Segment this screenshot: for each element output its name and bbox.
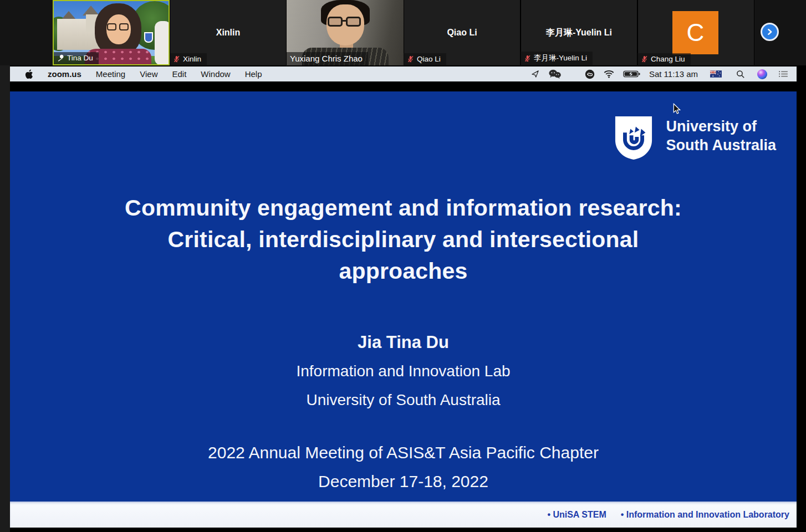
unisa-shield-icon	[614, 115, 654, 161]
footer-innovation-lab: • Information and Innovation Laboratory	[621, 510, 789, 520]
muted-mic-icon	[407, 55, 414, 63]
participant-name: Tina Du	[67, 54, 93, 62]
slide-title: Community engagement and information res…	[10, 192, 797, 287]
notification-center-icon[interactable]	[778, 70, 789, 78]
participant-name-label: 李月琳-Yuelin Li	[521, 52, 593, 65]
menu-app-name[interactable]: zoom.us	[48, 69, 81, 79]
menu-meeting[interactable]: Meeting	[96, 69, 125, 79]
participant-tile-chang-liu[interactable]: C Chang Liu	[637, 0, 754, 65]
pin-icon	[57, 54, 64, 62]
participant-name-label: Chang Liu	[637, 53, 691, 65]
location-services-icon[interactable]	[531, 70, 539, 78]
participant-name: Qiao Li	[417, 55, 441, 63]
participant-name: 李月琳-Yuelin Li	[534, 53, 587, 63]
participant-name: Xinlin	[183, 55, 201, 63]
logo-line-2: South Australia	[666, 136, 776, 155]
slide-footer-bar: • UniSA STEM • Information and Innovatio…	[10, 502, 797, 528]
muted-mic-icon	[641, 55, 648, 63]
slide-event: 2022 Annual Meeting of ASIS&T Asia Pacif…	[10, 443, 797, 462]
title-line-2: Critical, interdisciplinary and intersec…	[10, 224, 797, 255]
participant-name: Yuxiang Chris Zhao	[290, 54, 363, 63]
participant-name-label: Tina Du	[54, 52, 99, 64]
mouse-cursor	[673, 103, 681, 115]
participant-name: Chang Liu	[651, 55, 685, 63]
left-edge-gutter	[0, 65, 10, 532]
chevron-right-icon	[766, 28, 773, 35]
menu-view[interactable]: View	[140, 69, 157, 79]
participant-name-label: Yuxiang Chris Zhao	[287, 52, 368, 65]
apple-menu-icon[interactable]	[25, 69, 33, 79]
logo-line-1: University of	[666, 117, 776, 136]
battery-charging-icon[interactable]	[623, 70, 640, 78]
creative-cloud-icon[interactable]	[585, 69, 595, 79]
participant-tile-qiao-li[interactable]: Qiao Li Qiao Li	[404, 0, 521, 65]
siri-icon[interactable]	[757, 69, 767, 79]
unisa-logo: University of South Australia	[614, 115, 776, 161]
participant-strip: Tina Du Xinlin Xinlin	[0, 0, 806, 65]
muted-mic-icon	[173, 55, 180, 63]
wifi-icon[interactable]	[604, 70, 614, 78]
participant-tile-yuxiang-chris-zhao[interactable]: Yuxiang Chris Zhao	[287, 0, 404, 65]
muted-mic-icon	[524, 55, 531, 62]
avatar: C	[672, 11, 718, 54]
title-line-1: Community engagement and information res…	[10, 192, 797, 224]
australia-flag-input-source-icon[interactable]	[710, 70, 722, 78]
slide-event-dates: December 17-18, 2022	[10, 472, 797, 491]
menu-edit[interactable]: Edit	[172, 69, 186, 79]
participant-tile-yuelin-li[interactable]: 李月琳-Yuelin Li 李月琳-Yuelin Li	[521, 0, 637, 65]
participant-tile-xinlin[interactable]: Xinlin Xinlin	[170, 0, 287, 65]
menu-window[interactable]: Window	[201, 69, 230, 79]
title-line-3: approaches	[10, 255, 797, 287]
participant-tile-tina-du[interactable]: Tina Du	[53, 0, 170, 65]
menu-help[interactable]: Help	[245, 69, 262, 79]
menu-bar-clock[interactable]: Sat 11:13 am	[649, 69, 698, 79]
wechat-icon[interactable]	[548, 69, 562, 79]
zoom-meeting-screen: Tina Du Xinlin Xinlin	[0, 0, 806, 532]
macos-menu-bar: zoom.us Meeting View Edit Window Help	[10, 66, 797, 81]
slide-author: Jia Tina Du	[10, 332, 797, 352]
footer-unisa-stem: • UniSA STEM	[547, 510, 606, 520]
slide-affiliation-university: University of South Australia	[10, 391, 797, 409]
avatar-letter: C	[687, 19, 705, 47]
unisa-logo-text: University of South Australia	[666, 117, 776, 155]
participant-name-label: Xinlin	[170, 53, 207, 65]
participant-name-label: Qiao Li	[404, 53, 446, 65]
spotlight-search-icon[interactable]	[736, 70, 745, 79]
next-participants-button[interactable]	[761, 23, 779, 41]
shared-slide: University of South Australia Community …	[10, 91, 797, 502]
slide-affiliation-lab: Information and Innovation Lab	[10, 362, 797, 380]
